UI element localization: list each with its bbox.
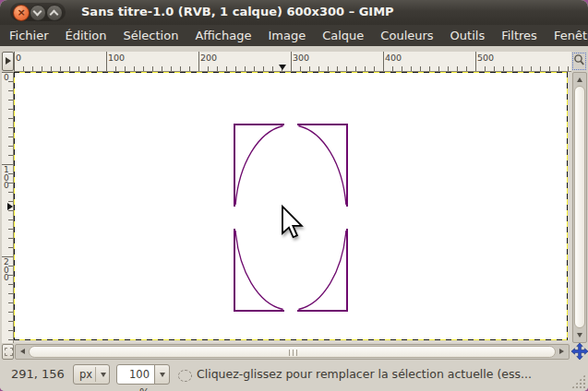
right-arrow-icon [6,57,11,65]
status-bar: 291, 156 px 100 % Cliquez-glissez pour r… [0,360,588,391]
navigation-button[interactable] [571,343,588,360]
window-resize-grip[interactable] [571,374,585,388]
menu-couleurs[interactable]: Couleurs [372,25,441,46]
ruler-label: 100 [108,53,125,63]
ruler-label: 300 [293,53,309,63]
divider [95,367,96,382]
quick-mask-icon [5,348,13,356]
selection-ellipse [235,126,283,206]
ruler-major-tick [14,52,15,71]
pointer-position-marker-y [7,203,13,210]
selection-handle [234,229,284,311]
close-icon: × [17,6,25,18]
menu-fenetres[interactable]: Fenêtres [546,25,588,46]
scroll-up-icon[interactable] [577,77,582,82]
window-title: Sans titre-1.0 (RVB, 1 calque) 600x300 –… [81,0,394,25]
pointer-position-marker-x [279,65,286,70]
close-button[interactable]: × [13,5,30,21]
menu-bar: FichierÉditionSélectionAffichageImageCal… [0,25,588,46]
chevron-down-icon [33,7,42,17]
scroll-down-icon[interactable] [577,333,582,338]
navigation-cross-icon [571,343,588,360]
horizontal-scrollbar[interactable] [15,344,570,360]
horizontal-ruler[interactable]: 0100200300400500 [14,52,571,72]
selection-ellipse [298,231,346,310]
ellipse-select-tool-icon [178,370,192,382]
menu-filtres[interactable]: Filtres [493,25,546,46]
ruler-label: 0 [4,74,9,82]
menu-arrow-button[interactable] [2,52,14,71]
magnifier-icon [573,53,585,67]
grip-icon [289,350,297,356]
zoom-level-entry[interactable]: 100 % [116,364,155,385]
ruler-major-tick [198,52,199,71]
status-message: Cliquez-glissez pour remplacer la sélect… [197,367,532,381]
ruler-label: 500 [477,53,494,63]
menu-outils[interactable]: Outils [442,25,494,46]
zoom-dropdown-button[interactable] [154,364,170,385]
menu-affichage[interactable]: Affichage [186,25,259,46]
selection-handle [297,124,347,207]
canvas-viewport[interactable] [14,72,571,343]
vertical-scrollbar[interactable] [572,72,587,343]
ruler-label: 400 [385,53,402,63]
menu-image[interactable]: Image [259,25,314,46]
title-bar[interactable]: × Sans titre-1.0 (RVB, 1 calque) 600x300… [0,0,588,25]
zoom-follow-window-button[interactable] [572,53,586,70]
chevron-down-icon [101,373,106,377]
selection-handle [234,124,284,207]
ruler-label: 2 0 0 [4,258,9,282]
menu-calque[interactable]: Calque [314,25,372,46]
ruler-major-tick [106,52,107,71]
scroll-right-icon[interactable] [559,349,564,354]
quick-mask-toggle[interactable] [2,344,14,360]
menu-selection[interactable]: Sélection [114,25,186,46]
menu-fichier[interactable]: Fichier [1,25,57,46]
ruler-major-tick [291,52,292,71]
selection-ellipse [298,126,346,206]
selection-handle [297,229,347,311]
horizontal-scrollbar-thumb[interactable] [29,346,556,358]
selection-ellipse [235,231,283,310]
mouse-cursor [282,207,302,237]
window-controls: × [10,3,66,21]
ruler-ticks [14,66,571,71]
ruler-label: 1 0 0 [4,166,9,190]
vertical-ruler[interactable]: 01 0 02 0 0 [2,72,14,343]
maximize-button[interactable] [46,5,63,21]
menu-edition[interactable]: Édition [57,25,115,46]
selection-overlay [14,72,571,343]
ruler-label: 200 [200,53,217,63]
minimize-button[interactable] [30,5,46,21]
gimp-image-window: × Sans titre-1.0 (RVB, 1 calque) 600x300… [0,0,588,391]
ruler-major-tick [475,52,476,71]
ruler-label: 0 [16,53,21,63]
scroll-left-icon[interactable] [20,349,25,354]
unit-dropdown[interactable]: px [73,364,110,385]
pointer-coordinates: 291, 156 [11,367,65,381]
chevron-down-icon [160,373,165,377]
unit-value: px [79,368,92,381]
vertical-scrollbar-thumb[interactable] [574,86,585,328]
ruler-major-tick [383,52,384,71]
chevron-up-icon [50,10,59,19]
